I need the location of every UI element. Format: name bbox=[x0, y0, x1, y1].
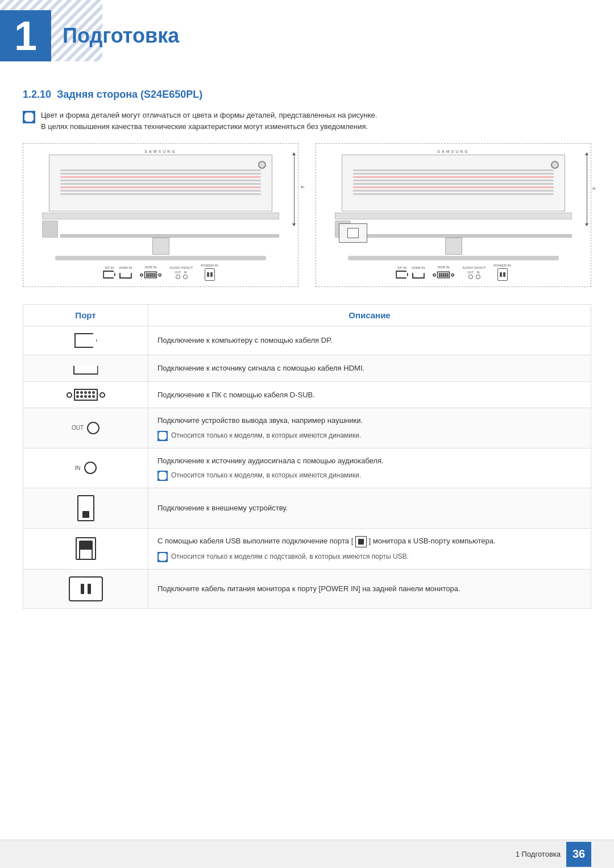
usb-desc: С помощью кабеля USB выполните подключен… bbox=[148, 529, 591, 570]
chapter-title: Подготовка bbox=[63, 24, 179, 48]
col-desc: Описание bbox=[148, 305, 591, 326]
dp-icon bbox=[74, 333, 97, 348]
hdmi-desc: Подключение к источнику сигнала с помощь… bbox=[148, 355, 591, 382]
monitor-diagram-right: SAMSUNG bbox=[316, 143, 591, 287]
power-port-left bbox=[205, 268, 215, 281]
footer-text: 1 Подготовка bbox=[516, 850, 561, 858]
col-port: Порт bbox=[23, 305, 148, 326]
table-row: OUT Подключите устройство вывода звука, … bbox=[23, 408, 591, 448]
dp-port-left bbox=[103, 271, 115, 279]
audio-in-desc: Подключение к источнику аудиосигнала с п… bbox=[148, 448, 591, 488]
hdmi-port-left bbox=[119, 271, 132, 279]
table-row: Подключение к компьютеру с помощью кабел… bbox=[23, 326, 591, 355]
table-row: Подключение к ПК с помощью кабеля D-SUB. bbox=[23, 382, 591, 408]
monitor-knob-left bbox=[258, 161, 266, 169]
usb-note: Относится только к моделям с подставкой,… bbox=[157, 552, 582, 562]
note-small-icon-2 bbox=[157, 471, 168, 481]
audio-out-note: Относится только к моделям, в которых им… bbox=[157, 431, 582, 441]
ports-row-right: DP IN HDMI IN RGB IN bbox=[322, 264, 585, 281]
page-number: 36 bbox=[566, 842, 591, 867]
page-footer: 1 Подготовка 36 bbox=[0, 840, 614, 868]
screen-right bbox=[342, 155, 566, 211]
note-small-icon-3 bbox=[157, 552, 168, 562]
audio-ports-left: OUT IN bbox=[175, 271, 188, 279]
chapter-number: 1 bbox=[0, 10, 51, 61]
dp-desc: Подключение к компьютеру с помощью кабел… bbox=[148, 326, 591, 355]
base-left bbox=[55, 256, 265, 260]
ext-desc: Подключение к внешнему устройству. bbox=[148, 488, 591, 529]
vga-port-right bbox=[433, 271, 454, 278]
power-desc: Подключите кабель питания монитора к пор… bbox=[148, 569, 591, 608]
note-small-icon bbox=[157, 431, 168, 441]
ext-icon-cell bbox=[32, 495, 139, 521]
monitor-knob-right bbox=[551, 161, 559, 169]
ext-icon bbox=[77, 495, 94, 521]
table-row: С помощью кабеля USB выполните подключен… bbox=[23, 529, 591, 570]
hdmi-port-right bbox=[412, 271, 425, 279]
audio-ports-right: OUT IN bbox=[468, 271, 481, 279]
vga-left-circle bbox=[67, 392, 72, 398]
usb-box-right bbox=[339, 223, 367, 243]
ports-row-left: DP IN HDMI IN RGB IN bbox=[29, 264, 292, 281]
power-icon-cell bbox=[32, 576, 139, 601]
monitors-diagrams: SAMSUNG bbox=[23, 143, 591, 287]
section-title: 1.2.10 Задняя сторона (S24E650PL) bbox=[23, 89, 591, 101]
audio-in-note: Относится только к моделям, в которых им… bbox=[157, 471, 582, 481]
table-row: IN Подключение к источнику аудиосигнала … bbox=[23, 448, 591, 488]
table-row: Подключение к внешнему устройству. bbox=[23, 488, 591, 529]
base-right bbox=[348, 256, 558, 260]
neck-left bbox=[152, 238, 169, 255]
hdmi-icon bbox=[73, 362, 98, 375]
table-row: Подключение к источнику сигнала с помощь… bbox=[23, 355, 591, 382]
vga-desc: Подключение к ПК с помощью кабеля D-SUB. bbox=[148, 382, 591, 408]
note-icon bbox=[23, 111, 35, 123]
ports-table: Порт Описание Подключение к компьютеру с… bbox=[23, 304, 591, 609]
audio-out-desc: Подключите устройство вывода звука, напр… bbox=[148, 408, 591, 448]
vga-icon-cell bbox=[32, 389, 139, 401]
vga-grid bbox=[74, 389, 98, 401]
dp-port-right bbox=[396, 271, 408, 279]
dp-icon-cell bbox=[32, 333, 139, 348]
brand-right: SAMSUNG bbox=[437, 149, 469, 153]
usb-icon-cell bbox=[32, 537, 139, 560]
monitor-diagram-left: SAMSUNG bbox=[23, 143, 298, 287]
usb-inline-icon bbox=[355, 536, 367, 547]
vga-port-left bbox=[140, 271, 161, 278]
audio-out-icon bbox=[87, 422, 99, 434]
audio-out-icon-cell: OUT bbox=[32, 422, 139, 434]
note-box: Цвет и форма деталей могут отличаться от… bbox=[23, 110, 591, 132]
dp-label-left: DP IN bbox=[105, 266, 114, 269]
power-icon bbox=[69, 576, 103, 601]
power-port-right bbox=[497, 268, 508, 281]
note-text: Цвет и форма деталей могут отличаться от… bbox=[41, 110, 377, 132]
neck-right bbox=[445, 238, 462, 255]
screen-left bbox=[49, 155, 273, 211]
brand-left: SAMSUNG bbox=[144, 149, 176, 153]
hdmi-icon-cell bbox=[32, 362, 139, 375]
table-row: Подключите кабель питания монитора к пор… bbox=[23, 569, 591, 608]
audio-in-icon-cell: IN bbox=[32, 462, 139, 474]
usb-icon bbox=[76, 537, 96, 560]
vga-right-circle bbox=[99, 392, 105, 398]
audio-in-icon bbox=[84, 462, 97, 474]
